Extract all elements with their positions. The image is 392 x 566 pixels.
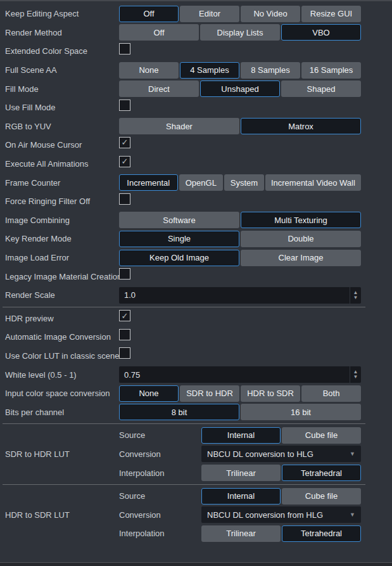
option-off[interactable]: Off [119,24,199,41]
option-none[interactable]: None [119,62,179,79]
option-sdr-to-hdr[interactable]: SDR to HDR [180,385,239,402]
row-fill-mode: Fill ModeDirectUnshapedShaped [5,79,392,98]
option-cube-file[interactable]: Cube file [282,427,361,444]
spinner-down-icon[interactable]: ▼ [353,375,358,380]
button-group: OffDisplay ListsVBO [119,24,361,41]
row-label: Key Render Mode [5,234,119,243]
option-display-lists[interactable]: Display Lists [200,24,280,41]
option-shaped[interactable]: Shaped [281,80,361,97]
spinner-down-icon[interactable]: ▼ [353,295,358,300]
option-editor[interactable]: Editor [180,6,239,22]
option-system[interactable]: System [224,174,264,191]
row-key-render-mode: Key Render ModeSingleDouble [5,229,392,248]
option-no-video[interactable]: No Video [241,6,300,22]
option-vbo[interactable]: VBO [281,24,361,41]
checkbox-legacy-image-material-creation[interactable] [119,268,130,280]
checkbox-use-fill-mode[interactable] [119,100,130,111]
row-label: Input color space conversion [5,389,119,398]
row-legacy-image-material-creation: Legacy Image Material Creation [5,267,392,286]
row-label: Bits per channel [5,408,119,417]
option-double[interactable]: Double [241,231,361,247]
spinner-value: 0.75 [119,370,350,380]
option-tetrahedral[interactable]: Tetrahedral [282,465,361,481]
option-unshaped[interactable]: Unshaped [200,80,280,97]
row-label: Legacy Image Material Creation [5,272,119,281]
checkbox-wrap [119,193,361,210]
option-single[interactable]: Single [119,231,239,247]
row-frame-counter: Frame CounterIncrementalOpenGLSystemIncr… [5,173,392,192]
button-group: TrilinearTetrahedral [201,465,361,481]
row-use-color-lut-in-classic-scenes: Use Color LUT in classic scenes [5,347,392,366]
spinner-white-level-0-5-1[interactable]: 0.75▲▼ [119,366,361,383]
button-group: TrilinearTetrahedral [201,525,361,542]
row-full-scene-aa: Full Scene AANone4 Samples8 Samples16 Sa… [5,61,392,80]
option-clear-image[interactable]: Clear Image [241,250,361,266]
option-cube-file[interactable]: Cube file [282,488,361,505]
row-label: Force Ringing Filter Off [5,196,119,206]
row-input-color-space-conversion: Input color space conversionNoneSDR to H… [5,384,392,403]
option-16-bit[interactable]: 16 bit [241,404,361,420]
row-render-scale: Render Scale1.0▲▼ [5,286,392,305]
subrow-source: SourceInternalCube file [119,426,361,445]
option-8-samples[interactable]: 8 Samples [241,62,300,79]
button-group: OffEditorNo VideoResize GUI [119,6,361,22]
option-4-samples[interactable]: 4 Samples [180,62,239,79]
checkmark-icon: ✓ [122,312,129,320]
checkbox-extended-color-space[interactable] [119,43,130,55]
option-16-samples[interactable]: 16 Samples [301,62,361,79]
button-group: SingleDouble [119,231,361,247]
checkbox-automatic-image-conversion[interactable] [119,329,130,340]
checkbox-on-air-mouse-cursor[interactable]: ✓ [119,137,130,148]
button-group: Keep Old ImageClear Image [119,250,361,266]
select-conversion[interactable]: NBCU DL conversion to HLG▼ [201,446,361,462]
option-trilinear[interactable]: Trilinear [201,465,281,481]
option-incremental-video-wall[interactable]: Incremental Video Wall [265,174,361,191]
option-shader[interactable]: Shader [119,118,239,134]
row-image-combining: Image CombiningSoftwareMulti Texturing [5,211,392,230]
option-opengl[interactable]: OpenGL [179,174,224,191]
option-matrox[interactable]: Matrox [241,118,361,134]
option-tetrahedral[interactable]: Tetrahedral [282,525,361,542]
row-label: Execute All Animations [5,159,119,169]
button-group: None4 Samples8 Samples16 Samples [119,62,361,79]
option-8-bit[interactable]: 8 bit [119,404,239,420]
option-internal[interactable]: Internal [201,427,281,444]
subrow-label: Source [119,491,201,501]
checkbox-wrap [119,268,361,285]
subrow-label: Source [119,430,201,440]
option-software[interactable]: Software [119,212,239,228]
option-direct[interactable]: Direct [119,80,199,97]
row-execute-all-animations: Execute All Animations✓ [5,155,392,174]
group-sdr-to-hdr-lut: SDR to HDR LUTSourceInternalCube fileCon… [5,426,392,482]
spinner-render-scale[interactable]: 1.0▲▼ [119,287,361,304]
option-trilinear[interactable]: Trilinear [201,525,281,542]
option-none[interactable]: None [119,385,179,402]
option-multi-texturing[interactable]: Multi Texturing [241,212,361,228]
option-internal[interactable]: Internal [201,488,281,505]
checkbox-force-ringing-filter-off[interactable] [119,193,130,205]
checkbox-hdr-preview[interactable]: ✓ [119,310,130,321]
option-off[interactable]: Off [119,6,179,22]
checkbox-execute-all-animations[interactable]: ✓ [119,156,130,167]
button-group: InternalCube file [201,488,361,505]
select-value: NBCU DL conversion to HLG [207,449,313,459]
checkbox-wrap [119,329,361,345]
option-keep-old-image[interactable]: Keep Old Image [119,250,239,266]
button-group: ShaderMatrox [119,118,361,134]
group-label: SDR to HDR LUT [5,449,119,459]
option-hdr-to-sdr[interactable]: HDR to SDR [241,385,300,402]
select-conversion[interactable]: NBCU DL conversion from HLG▼ [201,506,361,523]
row-label: Render Scale [5,290,119,300]
checkbox-use-color-lut-in-classic-scenes[interactable] [119,347,130,359]
section-divider [3,307,365,307]
button-group: 8 bit16 bit [119,404,361,420]
subrow-label: Interpolation [119,468,201,478]
row-keep-editing-aspect: Keep Editing AspectOffEditorNo VideoResi… [5,4,392,23]
option-resize-gui[interactable]: Resize GUI [301,6,361,22]
button-group: DirectUnshapedShaped [119,80,361,97]
button-group: InternalCube file [201,427,361,444]
option-incremental[interactable]: Incremental [119,174,178,191]
row-automatic-image-conversion: Automatic Image Conversion [5,328,392,347]
checkbox-wrap: ✓ [119,156,361,172]
option-both[interactable]: Both [301,385,361,402]
